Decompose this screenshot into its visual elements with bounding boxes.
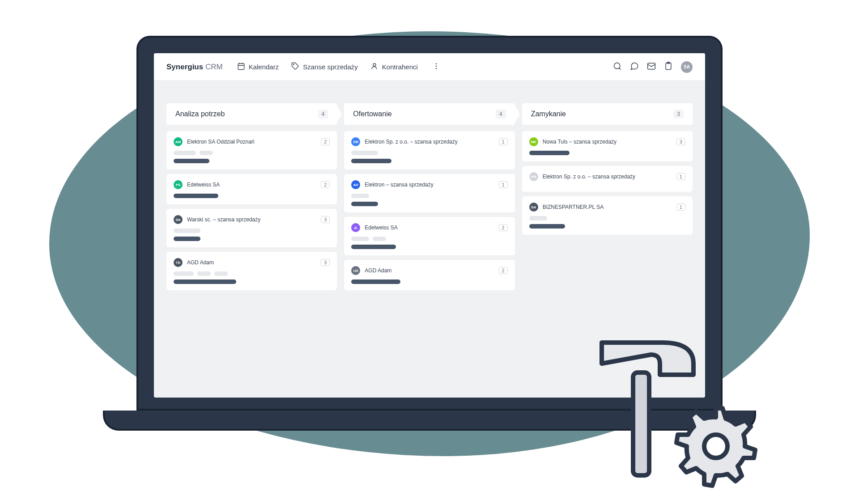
placeholder-bar-dark [351,159,391,163]
card-number-badge: 1 [499,181,508,188]
placeholder-bar [351,237,369,241]
brand-name: Synergius [166,63,203,71]
tools-illustration [582,321,770,493]
placeholder-bar [373,237,386,241]
placeholder-bar [200,151,213,155]
svg-line-10 [619,68,621,69]
card-title: AGD Adam [365,267,494,274]
placeholder-row [351,151,507,155]
person-icon [370,62,378,72]
column-cards: DRElektron Sp. z o.o. – szansa sprzedaży… [344,131,515,290]
placeholder-bar [529,216,547,220]
column-cards: AMElektron SA Oddział Poznań2PSEdelweiss… [166,131,337,290]
card-title: Nowa Tuls – szansa sprzedaży [543,139,672,145]
column-count-badge: 3 [673,110,684,119]
card-title: Elektron – szansa sprzedaży [365,182,494,188]
card-number-badge: 1 [676,173,685,180]
opportunity-card[interactable]: DRElektron Sp. z o.o. – szansa sprzedaży… [344,131,515,169]
opportunity-card[interactable]: SABIZNESPARTNER.PL SA1 [522,196,693,235]
card-avatar: PS [174,180,183,189]
main-nav: Kalendarz Szanse sprzedaży Kontrahenci [237,60,613,74]
column-title: Ofertowanie [353,110,391,118]
brand-logo[interactable]: Synergius CRM [166,63,223,72]
card-number-badge: 2 [499,267,508,274]
placeholder-row [174,151,330,155]
column-header[interactable]: Analiza potrzeb4 [166,103,337,125]
placeholder-bar-dark [529,151,570,155]
placeholder-row [351,194,507,198]
card-header: PRElektron Sp. z o.o. – szansa sprzedaży… [529,172,685,181]
search-icon[interactable] [613,62,622,72]
placeholder-bar-dark [174,159,209,163]
card-avatar: PR [529,172,538,181]
nav-opportunities[interactable]: Szanse sprzedaży [291,62,358,72]
card-header: TDAGD Adam3 [174,258,330,267]
card-number-badge: 3 [321,259,330,266]
column-header[interactable]: Zamykanie3 [522,103,693,125]
placeholder-bar-dark [529,224,565,229]
card-avatar: MK [529,137,538,146]
opportunity-card[interactable]: PRElektron Sp. z o.o. – szansa sprzedaży… [522,166,693,192]
opportunity-card[interactable]: MKNowa Tuls – szansa sprzedaży3 [522,131,693,161]
card-avatar: SA [174,215,183,224]
card-header: JLEdelweiss SA2 [351,223,507,232]
card-avatar: AD [351,180,360,189]
card-title: Warski sc. – szansa sprzedaży [187,216,316,223]
card-title: Elektron Sp. z o.o. – szansa sprzedaży [365,139,494,145]
chat-icon[interactable] [630,62,639,72]
card-number-badge: 3 [321,216,330,223]
card-header: SABIZNESPARTNER.PL SA1 [529,203,685,212]
card-title: Edelweiss SA [187,182,316,188]
placeholder-bar-dark [174,280,236,284]
card-number-badge: 2 [321,181,330,188]
svg-point-7 [435,65,437,67]
placeholder-bar-dark [174,194,218,198]
opportunity-card[interactable]: JLEdelweiss SA2 [344,217,515,255]
opportunity-card[interactable]: TDAGD Adam3 [166,252,337,290]
placeholder-bar [351,194,369,198]
column-cards: MKNowa Tuls – szansa sprzedaży3PRElektro… [522,131,693,235]
svg-point-15 [704,435,727,458]
user-avatar[interactable]: SA [681,61,693,73]
mail-icon[interactable] [647,62,656,72]
card-title: BIZNESPARTNER.PL SA [543,204,672,210]
opportunity-card[interactable]: PSEdelweiss SA2 [166,174,337,204]
card-avatar: JL [351,223,360,232]
svg-point-8 [435,68,437,69]
column-header[interactable]: Ofertowanie4 [344,103,515,125]
card-avatar: DR [351,137,360,146]
placeholder-bar [174,151,196,155]
column-title: Analiza potrzeb [175,110,225,118]
nav-contractors[interactable]: Kontrahenci [370,62,418,72]
card-number-badge: 1 [676,203,685,211]
card-avatar: AM [174,137,183,146]
opportunity-card[interactable]: SAWarski sc. – szansa sprzedaży3 [166,209,337,247]
opportunity-card[interactable]: USAGD Adam2 [344,260,515,290]
column-title: Zamykanie [531,110,566,118]
svg-rect-14 [633,373,649,475]
column-count-badge: 4 [496,110,506,119]
clipboard-icon[interactable] [664,62,673,72]
placeholder-row [529,216,685,220]
card-header: USAGD Adam2 [351,266,507,275]
card-header: ADElektron – szansa sprzedaży1 [351,180,507,189]
card-title: Elektron SA Oddział Poznań [187,139,316,145]
column-count-badge: 4 [318,110,328,119]
opportunity-card[interactable]: ADElektron – szansa sprzedaży1 [344,174,515,212]
calendar-icon [237,62,245,72]
placeholder-bar-dark [351,202,378,206]
tag-icon [291,62,299,72]
card-number-badge: 1 [499,138,508,145]
nav-calendar[interactable]: Kalendarz [237,62,279,72]
placeholder-bar-dark [351,245,396,249]
placeholder-bar-dark [174,237,200,241]
card-avatar: SA [529,203,538,212]
nav-label: Kontrahenci [382,63,418,71]
svg-point-9 [614,63,620,68]
card-header: AMElektron SA Oddział Poznań2 [174,137,330,146]
nav-more[interactable] [430,60,442,74]
app-header: Synergius CRM Kalendarz Szanse sp [154,53,705,81]
nav-label: Szanse sprzedaży [303,63,358,71]
opportunity-card[interactable]: AMElektron SA Oddział Poznań2 [166,131,337,169]
avatar-initials: SA [684,64,690,69]
